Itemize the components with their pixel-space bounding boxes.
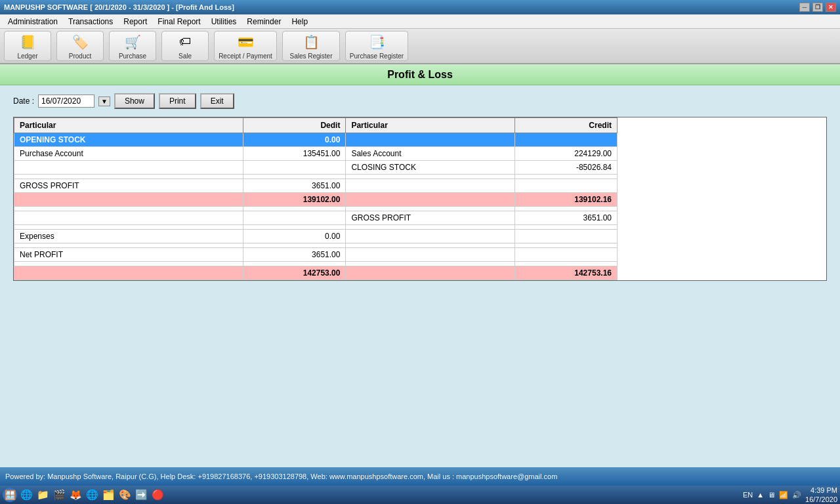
toolbar-purchase[interactable]: 🛒 Purchase (109, 31, 156, 61)
table-row: Purchase Account 135451.00 Sales Account… (14, 147, 618, 161)
print-button[interactable]: Print (159, 93, 196, 109)
cell-dedit (243, 207, 346, 211)
cell-credit: 139102.16 (514, 193, 617, 207)
cell-particular2 (346, 225, 514, 230)
cell-dedit: 0.00 (243, 230, 346, 243)
cell-dedit (243, 161, 346, 175)
title-bar-text: MANPUSHP SOFTWARE [ 20/1/2020 - 31/3/202… (4, 3, 234, 11)
toolbar-purchase-register[interactable]: 📑 Purchase Register (345, 31, 408, 61)
cell-particular2 (346, 248, 514, 262)
ledger-label: Ledger (17, 52, 37, 60)
col-credit: Credit (514, 118, 617, 133)
menu-reminder[interactable]: Reminder (242, 16, 286, 28)
report-table: Particular Dedit Particular Credit OPENI… (14, 117, 618, 280)
col-particular1: Particular (14, 118, 243, 133)
purchase-icon: 🛒 (123, 33, 142, 51)
cell-credit (514, 175, 617, 179)
purchase-register-icon: 📑 (368, 33, 386, 51)
sales-register-label: Sales Register (289, 52, 332, 60)
table-row: Net PROFIT 3651.00 (14, 248, 618, 262)
purchase-label: Purchase (119, 52, 146, 60)
cell-particular1 (14, 262, 243, 266)
menu-transactions[interactable]: Transactions (63, 16, 118, 28)
receipt-label: Receipt / Payment (219, 52, 272, 60)
table-row (14, 262, 618, 266)
menu-final-report[interactable]: Final Report (152, 16, 205, 28)
page-title: Profit & Loss (387, 69, 453, 81)
cell-particular1 (14, 266, 243, 280)
report-table-container: Particular Dedit Particular Credit OPENI… (13, 117, 827, 281)
cell-credit (514, 179, 617, 193)
restore-button[interactable]: ❐ (812, 3, 823, 12)
toolbar-product[interactable]: 🏷️ Product (56, 31, 104, 61)
cell-particular2 (346, 193, 514, 207)
cell-particular2 (346, 175, 514, 179)
sales-register-icon: 📋 (302, 33, 320, 51)
title-bar: MANPUSHP SOFTWARE [ 20/1/2020 - 31/3/202… (0, 0, 840, 14)
cell-particular1: Net PROFIT (14, 248, 243, 262)
exit-button[interactable]: Exit (200, 93, 234, 109)
table-row: 139102.00 139102.16 (14, 193, 618, 207)
table-row: GROSS PROFIT 3651.00 (14, 211, 618, 225)
cell-credit (514, 225, 617, 230)
cell-particular2 (346, 230, 514, 243)
product-icon: 🏷️ (71, 33, 89, 51)
close-button[interactable]: ✕ (826, 3, 836, 12)
cell-credit (514, 262, 617, 266)
cell-particular1: Purchase Account (14, 147, 243, 161)
page-header: Profit & Loss (0, 64, 840, 85)
toolbar-receipt-payment[interactable]: 💳 Receipt / Payment (214, 31, 277, 61)
cell-particular1 (14, 211, 243, 225)
date-input[interactable] (38, 94, 94, 108)
cell-particular2 (346, 133, 514, 147)
cell-particular1 (14, 175, 243, 179)
cell-particular1 (14, 193, 243, 207)
col-dedit: Dedit (243, 118, 346, 133)
minimize-button[interactable]: ─ (799, 3, 810, 12)
toolbar-ledger[interactable]: 📒 Ledger (4, 31, 51, 61)
cell-particular2: CLOSING STOCK (346, 161, 514, 175)
receipt-icon: 💳 (236, 33, 255, 51)
cell-particular1 (14, 243, 243, 248)
cell-particular1: Expenses (14, 230, 243, 243)
cell-particular2 (346, 243, 514, 248)
cell-particular1: GROSS PROFIT (14, 179, 243, 193)
cell-dedit: 135451.00 (243, 147, 346, 161)
toolbar-sale[interactable]: 🏷 Sale (161, 31, 209, 61)
menu-help[interactable]: Help (286, 16, 313, 28)
cell-particular2 (346, 262, 514, 266)
table-row (14, 243, 618, 248)
menu-utilities[interactable]: Utilities (206, 16, 242, 28)
cell-particular1 (14, 225, 243, 230)
sale-icon: 🏷 (176, 33, 194, 51)
table-row (14, 207, 618, 211)
cell-credit (514, 133, 617, 147)
cell-dedit (243, 225, 346, 230)
cell-dedit: 142753.00 (243, 266, 346, 280)
cell-particular1 (14, 161, 243, 175)
date-picker-button[interactable]: ▼ (98, 96, 110, 106)
cell-dedit (243, 243, 346, 248)
col-particular2: Particular (346, 118, 514, 133)
cell-dedit: 139102.00 (243, 193, 346, 207)
cell-dedit (243, 262, 346, 266)
cell-credit: -85026.84 (514, 161, 617, 175)
menu-report[interactable]: Report (118, 16, 152, 28)
menu-bar: Administration Transactions Report Final… (0, 14, 840, 29)
cell-particular2: GROSS PROFIT (346, 211, 514, 225)
toolbar-sales-register[interactable]: 📋 Sales Register (282, 31, 340, 61)
title-bar-controls: ─ ❐ ✕ (799, 3, 836, 12)
menu-administration[interactable]: Administration (3, 16, 63, 28)
cell-credit (514, 248, 617, 262)
date-row: Date : ▼ Show Print Exit (13, 93, 827, 109)
cell-particular1: OPENING STOCK (14, 133, 243, 147)
cell-credit: 142753.16 (514, 266, 617, 280)
show-button[interactable]: Show (114, 93, 155, 109)
cell-particular2 (346, 266, 514, 280)
table-row: 142753.00 142753.16 (14, 266, 618, 280)
table-row: OPENING STOCK 0.00 (14, 133, 618, 147)
cell-dedit: 3651.00 (243, 179, 346, 193)
cell-dedit: 3651.00 (243, 248, 346, 262)
table-row: Expenses 0.00 (14, 230, 618, 243)
content-area: Date : ▼ Show Print Exit Particular Dedi… (0, 85, 840, 467)
